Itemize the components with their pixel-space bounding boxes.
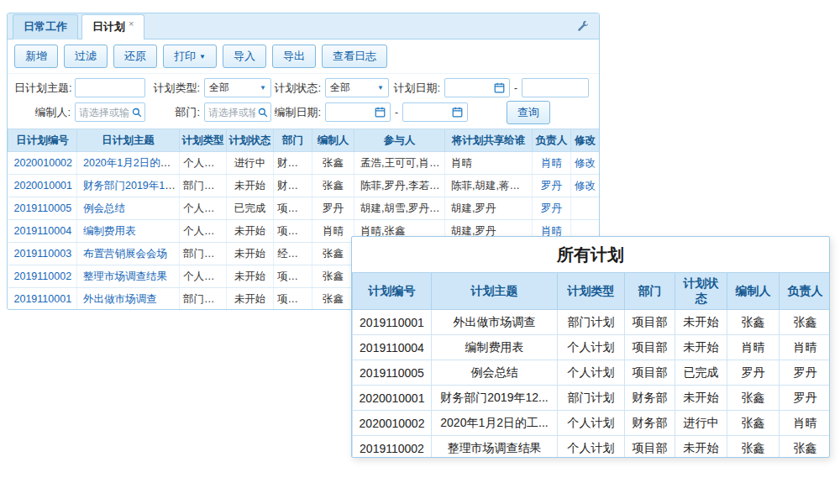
cell-dept: 项目部 [274, 265, 312, 288]
query-button[interactable]: 查询 [507, 101, 550, 124]
cell-modify[interactable]: 修改 [571, 152, 600, 175]
tab-bar: 日常工作 日计划 × [8, 13, 599, 39]
subject-link[interactable]: 整理市场调查结果 [83, 270, 167, 282]
plan-date-to-input[interactable] [522, 78, 589, 97]
toolbar-button-1[interactable]: 新增 [14, 45, 58, 68]
cell-dept: 经营部 [274, 243, 312, 265]
id-link[interactable]: 2019110001 [14, 293, 72, 305]
search-icon[interactable] [132, 108, 142, 118]
id-link[interactable]: 2019110003 [14, 248, 72, 260]
cell-id[interactable]: 2020010002 [8, 152, 77, 175]
status-select[interactable]: 全部 ▼ [325, 78, 389, 97]
id-link[interactable]: 2020010002 [14, 157, 73, 169]
subject-link[interactable]: 布置营销展会会场 [83, 248, 167, 260]
cell-status: 已完成 [227, 197, 274, 220]
subject-link[interactable]: 例会总结 [83, 202, 125, 214]
subject-input[interactable] [75, 78, 145, 97]
toolbar-button-label: 还原 [124, 49, 146, 64]
owner-link[interactable]: 罗丹 [541, 180, 562, 192]
column-header-6[interactable]: 编制人 [312, 129, 354, 152]
column-header-2[interactable]: 日计划主题 [77, 129, 180, 152]
column-header-10[interactable]: 修改 [571, 129, 600, 152]
search-icon[interactable] [258, 108, 268, 118]
column-header-8[interactable]: 将计划共享给谁 [445, 129, 533, 152]
table-row[interactable]: 2019110005例会总结个人计划项目部已完成罗丹罗丹 [353, 360, 831, 386]
calendar-icon[interactable] [452, 107, 463, 118]
cell-1: 2019110005 [353, 360, 432, 386]
subject-link[interactable]: 编制费用表 [83, 225, 136, 237]
cell-subject[interactable]: 编制费用表 [77, 220, 180, 243]
column-header-4[interactable]: 计划状态 [227, 129, 274, 152]
table-row[interactable]: 2020010001财务部门2019年12...部门计划财务部未开始张鑫罗丹 [353, 386, 831, 411]
cell-subject[interactable]: 外出做市场调查 [77, 288, 180, 311]
cell-owner[interactable]: 罗丹 [533, 175, 571, 197]
calendar-icon[interactable] [494, 82, 505, 93]
id-link[interactable]: 2019110002 [14, 270, 72, 282]
cell-1: 2020010001 [353, 386, 432, 411]
modify-link[interactable]: 修改 [575, 180, 596, 192]
table-row[interactable]: 2019110002整理市场调查结果个人计划项目部未开始张鑫张鑫 [353, 436, 831, 459]
column-header-1[interactable]: 日计划编号 [8, 129, 77, 152]
cell-id[interactable]: 2020010001 [8, 175, 77, 197]
cell-subject[interactable]: 例会总结 [77, 197, 180, 220]
id-link[interactable]: 2019110005 [14, 202, 72, 214]
cell-id[interactable]: 2019110005 [8, 197, 77, 220]
cell-id[interactable]: 2019110004 [8, 220, 77, 243]
owner-link[interactable]: 肖晴 [541, 157, 562, 169]
filter-row-1: 日计划主题: 计划类型: 全部 ▼ 计划状态: 全部 ▼ 计划日期: - [14, 76, 592, 100]
subject-link[interactable]: 财务部门2019年12月的... [83, 180, 180, 192]
cell-compiler: 张鑫 [312, 175, 354, 197]
cell-subject[interactable]: 财务部门2019年12月的... [77, 175, 180, 197]
table-row[interactable]: 2020010001财务部门2019年12月的...部门计划未开始财务部张鑫陈菲… [8, 175, 600, 197]
cell-participants: 孟浩,王可可,肖晴,张鑫 [354, 152, 445, 175]
toolbar-button-3[interactable]: 还原 [113, 45, 157, 68]
cell-compiler: 张鑫 [312, 288, 354, 311]
tab-daily-work[interactable]: 日常工作 [13, 14, 78, 39]
toolbar-button-label: 导出 [283, 49, 305, 64]
toolbar-button-label: 查看日志 [333, 49, 376, 64]
table-row[interactable]: 20200100022020年1月2日的工...个人计划财务部进行中张鑫肖晴 [353, 411, 831, 436]
owner-link[interactable]: 罗丹 [541, 202, 562, 214]
cell-owner[interactable]: 罗丹 [533, 197, 571, 220]
cell-subject[interactable]: 整理市场调查结果 [77, 265, 180, 288]
table-row[interactable]: 2019110005例会总结个人计划已完成项目部罗丹胡建,胡雪,罗丹,任晓...… [8, 197, 600, 220]
table-row[interactable]: 2019110004编制费用表个人计划项目部未开始肖晴肖晴 [353, 335, 831, 360]
subject-link[interactable]: 2020年1月2日的工作日... [83, 157, 180, 169]
column-header-5[interactable]: 部门 [274, 129, 312, 152]
cell-id[interactable]: 2019110001 [8, 288, 77, 311]
table-row[interactable]: 20200100022020年1月2日的工作日...个人计划进行中财务部张鑫孟浩… [8, 152, 600, 175]
toolbar-button-4[interactable]: 打印▼ [163, 45, 217, 68]
cell-1: 2020010002 [353, 411, 432, 436]
cell-7: 罗丹 [780, 360, 831, 386]
modify-link[interactable]: 修改 [575, 157, 596, 169]
cell-subject[interactable]: 2020年1月2日的工作日... [77, 152, 180, 175]
calendar-icon[interactable] [375, 107, 386, 118]
owner-link[interactable]: 肖晴 [541, 225, 562, 237]
toolbar-button-6[interactable]: 导出 [272, 45, 316, 68]
subject-link[interactable]: 外出做市场调查 [83, 293, 157, 305]
toolbar-button-5[interactable]: 导入 [223, 45, 266, 68]
plan-date-from-input[interactable] [444, 78, 510, 97]
plan-date-label: 计划日期: [389, 81, 444, 96]
table-header-row: 计划编号计划主题计划类型部门计划状态编制人负责人 [353, 273, 831, 310]
cell-subject[interactable]: 布置营销展会会场 [77, 243, 180, 265]
type-select[interactable]: 全部 ▼ [204, 78, 271, 97]
column-header-7[interactable]: 参与人 [354, 129, 445, 152]
cell-owner[interactable]: 肖晴 [533, 152, 571, 175]
cell-7: 罗丹 [780, 386, 831, 411]
cell-id[interactable]: 2019110002 [8, 265, 77, 288]
cell-modify[interactable]: 修改 [571, 175, 600, 197]
column-header-9[interactable]: 负责人 [533, 129, 571, 152]
compile-date-from-input[interactable] [325, 102, 391, 122]
id-link[interactable]: 2020010001 [14, 180, 73, 192]
cell-id[interactable]: 2019110003 [8, 243, 77, 265]
table-row[interactable]: 2019110001外出做市场调查部门计划项目部未开始张鑫张鑫 [353, 310, 831, 335]
wrench-icon[interactable] [572, 20, 594, 32]
close-icon[interactable]: × [129, 18, 134, 29]
tab-daily-plan[interactable]: 日计划 × [81, 14, 144, 39]
column-header-3[interactable]: 计划类型 [180, 129, 227, 152]
id-link[interactable]: 2019110004 [14, 225, 72, 237]
compile-date-to-input[interactable] [402, 102, 468, 122]
toolbar-button-2[interactable]: 过滤 [64, 45, 108, 68]
toolbar-button-7[interactable]: 查看日志 [322, 45, 387, 68]
